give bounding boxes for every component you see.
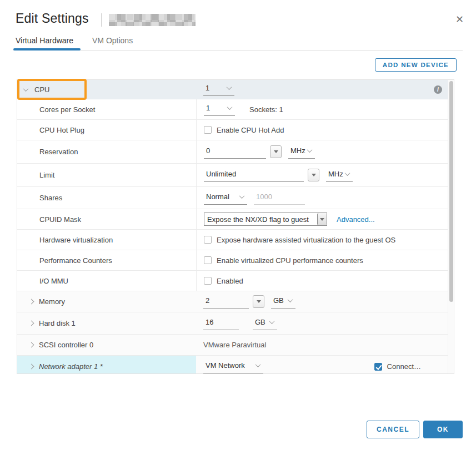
spinner-down-icon[interactable] [253, 295, 264, 308]
scsi-controller-type: VMware Paravirtual [203, 341, 266, 349]
checkbox-io-mmu[interactable] [204, 277, 212, 285]
spinner-down-icon[interactable] [270, 145, 282, 158]
row-cpu-hot-plug: CPU Hot Plug Enable CPU Hot Add [17, 120, 448, 140]
chevron-down-icon [255, 362, 261, 367]
reservation-unit-select[interactable]: MHz [288, 145, 315, 159]
ok-button[interactable]: OK [423, 421, 463, 438]
unit-value: GB [255, 318, 265, 326]
chevron-down-icon[interactable] [23, 86, 29, 92]
row-value: GB [196, 312, 448, 334]
cpu-label: CPU [34, 85, 49, 94]
virtual-hardware-table: CPU 1 i Cores per Socket 1 Sockets: 1 [17, 79, 454, 374]
cpuid-mask-select[interactable]: Expose the NX/XD flag to guest [204, 213, 327, 226]
row-label: Shares [17, 187, 196, 209]
checkbox-label: Connect… [387, 362, 421, 371]
row-shares: Shares Normal [17, 187, 448, 209]
chevron-right-icon[interactable] [29, 342, 34, 348]
unit-value: MHz [328, 170, 343, 178]
hard-disk-size-input[interactable] [203, 317, 239, 330]
row-io-mmu: I/O MMU Enabled [17, 271, 448, 291]
row-reservation: Reservation MHz [17, 140, 448, 164]
cores-value: 1 [206, 104, 210, 112]
connect-group: Connect… [374, 362, 421, 371]
row-network-adapter-1[interactable]: Network adapter 1 * VM Network Connect… [17, 356, 448, 374]
row-label-cell: Network adapter 1 * [17, 356, 196, 374]
vertical-scrollbar[interactable] [448, 80, 454, 373]
cpu-count-value: 1 [206, 84, 209, 92]
row-performance-counters: Performance Counters Enable virtualized … [17, 250, 448, 271]
shares-level-select[interactable]: Normal [204, 191, 247, 205]
dialog-footer: CANCEL OK [367, 421, 463, 438]
row-cpuid-mask: CPUID Mask Expose the NX/XD flag to gues… [17, 209, 448, 230]
cpu-value-cell: 1 i [196, 80, 448, 99]
chevron-right-icon[interactable] [29, 321, 34, 326]
add-new-device-button[interactable]: ADD NEW DEVICE [375, 58, 457, 72]
row-cpu[interactable]: CPU 1 i [17, 80, 448, 99]
row-hard-disk-1[interactable]: Hard disk 1 GB [17, 312, 448, 335]
row-scsi-controller-0[interactable]: SCSI controller 0 VMware Paravirtual [17, 335, 448, 356]
checkbox-performance-counters[interactable] [204, 256, 212, 264]
cpu-label-cell: CPU [17, 80, 196, 99]
row-value: Enabled [196, 271, 448, 291]
unit-value: MHz [290, 146, 305, 155]
row-label: Network adapter 1 * [39, 362, 103, 371]
chevron-right-icon[interactable] [29, 364, 34, 370]
chevron-down-icon [227, 104, 233, 110]
row-memory[interactable]: Memory GB [17, 291, 448, 312]
unit-value: GB [273, 296, 284, 305]
row-value: Enable CPU Hot Add [196, 120, 448, 140]
shares-value-input [254, 191, 305, 205]
scrollbar-thumb[interactable] [449, 81, 453, 302]
cancel-button[interactable]: CANCEL [367, 421, 419, 438]
row-value: Expose hardware assisted virtualization … [196, 230, 448, 250]
row-label: Hardware virtualization [17, 230, 196, 250]
chevron-down-icon [307, 147, 313, 153]
checkbox-cpu-hot-add[interactable] [204, 126, 212, 134]
redacted-vm-name [109, 14, 196, 26]
row-label: CPU Hot Plug [17, 120, 196, 140]
reservation-input[interactable] [204, 145, 266, 159]
row-limit: Limit MHz [17, 164, 448, 187]
checkbox-label: Enabled [217, 277, 243, 285]
row-value: GB [196, 291, 448, 312]
spinner-down-icon[interactable] [308, 169, 319, 181]
row-value: Enable virtualized CPU performance count… [196, 250, 448, 270]
cpuid-mask-value: Expose the NX/XD flag to guest [204, 215, 317, 224]
title-divider [101, 13, 102, 27]
row-value: Expose the NX/XD flag to guest Advanced.… [196, 209, 448, 229]
network-select[interactable]: VM Network [203, 360, 263, 373]
tab-virtual-hardware[interactable]: Virtual Hardware [16, 36, 73, 49]
limit-input[interactable] [204, 169, 304, 182]
advanced-link[interactable]: Advanced... [337, 215, 375, 224]
sockets-text: Sockets: 1 [249, 105, 283, 114]
memory-unit-select[interactable]: GB [271, 295, 295, 309]
row-value: 1 Sockets: 1 [196, 99, 448, 119]
hard-disk-unit-select[interactable]: GB [253, 317, 277, 330]
row-value: MHz [196, 140, 448, 163]
checkbox-label: Enable CPU Hot Add [217, 126, 284, 134]
row-label: Reservation [17, 140, 196, 163]
row-value: VMware Paravirtual [196, 335, 448, 355]
active-tab-underline [13, 48, 81, 50]
chevron-right-icon[interactable] [29, 299, 34, 305]
chevron-down-icon [345, 170, 350, 176]
chevron-down-icon [269, 318, 275, 324]
shares-level-value: Normal [206, 193, 229, 201]
checkbox-label: Expose hardware assisted virtualization … [217, 236, 395, 244]
info-icon[interactable]: i [434, 85, 442, 94]
row-hardware-virtualization: Hardware virtualization Expose hardware … [17, 230, 448, 250]
tab-vm-options[interactable]: VM Options [92, 36, 133, 49]
memory-input[interactable] [203, 295, 249, 309]
checkbox-hardware-virtualization[interactable] [204, 236, 212, 244]
row-label-cell: SCSI controller 0 [17, 335, 196, 355]
cores-per-socket-select[interactable]: 1 [204, 103, 235, 116]
page-title: Edit Settings [16, 11, 89, 26]
row-label: Limit [17, 164, 196, 186]
checkbox-connect[interactable] [374, 363, 382, 371]
row-label: Hard disk 1 [39, 319, 76, 327]
cpu-count-select[interactable]: 1 [203, 83, 234, 96]
close-icon[interactable]: ✕ [455, 14, 464, 24]
row-value: MHz [196, 164, 448, 186]
dropdown-arrow-icon[interactable] [317, 213, 327, 225]
limit-unit-select[interactable]: MHz [326, 169, 353, 182]
